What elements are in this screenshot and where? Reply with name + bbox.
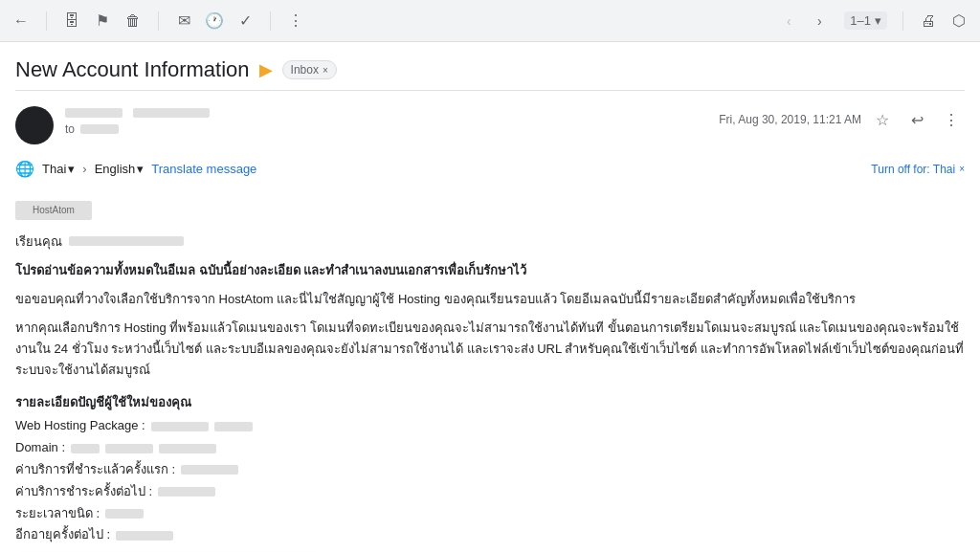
to-label: to	[65, 122, 75, 136]
subject-title: New Account Information	[15, 57, 250, 82]
detail-row-0: Web Hosting Package :	[15, 416, 965, 436]
detail-value-0	[151, 422, 209, 431]
nav-next-button[interactable]: ›	[806, 8, 833, 34]
toolbar: ← 🗄 ⚑ 🗑 ✉ 🕐 ✓ ⋮ ‹ › 1–1 ▾ 🖨 ⬡	[0, 0, 980, 42]
sender-name	[65, 106, 210, 121]
reply-button[interactable]: ↩	[903, 106, 930, 133]
turn-off-translate[interactable]: Turn off for: Thai ×	[871, 163, 965, 176]
email-body: HostAtom เรียนคุณ โปรดอ่านข้อความทั้งหมด…	[15, 193, 965, 552]
translate-bar: 🌐 Thai ▾ › English ▾ Translate message T…	[15, 152, 965, 186]
archive-button[interactable]: 🗄	[62, 11, 81, 31]
recipient-blurred	[80, 124, 119, 134]
toolbar-separator3	[270, 11, 271, 31]
detail-row-5: อีกอายุครั้งต่อไป :	[15, 525, 965, 545]
detail-value-3	[158, 487, 215, 497]
snooze-button[interactable]: 🕐	[205, 11, 224, 31]
turn-off-x[interactable]: ×	[959, 164, 965, 174]
star-button[interactable]: ☆	[869, 106, 896, 133]
done-button[interactable]: ✓	[235, 11, 255, 31]
report-button[interactable]: ⚑	[93, 11, 112, 31]
detail-value-5	[116, 531, 173, 541]
translate-icon: 🌐	[15, 160, 34, 178]
para1: โปรดอ่านข้อความทั้งหมดในอีเมล ฉบับนี้อย่…	[15, 260, 965, 281]
delete-button[interactable]: 🗑	[123, 11, 143, 31]
email-header: to Fri, Aug 30, 2019, 11:21 AM ☆ ↩ ⋮	[15, 99, 965, 152]
subject-arrow: ▶	[259, 59, 273, 80]
translate-direction-arrow: ›	[82, 162, 86, 176]
para3: หากคุณเลือกบริการ Hosting ที่พร้อมแล้วโด…	[15, 318, 965, 381]
expand-button[interactable]: ⬡	[949, 11, 969, 31]
sender-name-blurred	[65, 108, 122, 118]
label-remove[interactable]: ×	[323, 65, 328, 76]
email-date: Fri, Aug 30, 2019, 11:21 AM	[719, 113, 861, 126]
detail-value-1a	[71, 444, 100, 453]
sender-info: to	[65, 106, 210, 136]
toolbar-separator4	[902, 11, 903, 31]
subject-bar: New Account Information ▶ Inbox ×	[15, 42, 965, 91]
sender-area: to	[15, 106, 210, 144]
message-count[interactable]: 1–1 ▾	[844, 11, 887, 30]
para2: ขอขอบคุณที่วางใจเลือกใช้บริการจาก HostAt…	[15, 289, 965, 310]
detail-value-0b	[214, 422, 253, 431]
greeting: เรียนคุณ	[15, 232, 965, 253]
more-options-button[interactable]: ⋮	[938, 106, 965, 133]
sender-avatar	[15, 106, 54, 144]
detail-row-1: Domain :	[15, 438, 965, 458]
detail-row-4: ระยะเวลาขนิด :	[15, 504, 965, 524]
header-actions: Fri, Aug 30, 2019, 11:21 AM ☆ ↩ ⋮	[719, 106, 965, 133]
more-button[interactable]: ⋮	[286, 11, 305, 31]
translate-message-link[interactable]: Translate message	[151, 162, 256, 176]
detail-row-2: ค่าบริการที่ชำระแล้วครั้งแรก :	[15, 460, 965, 480]
sender-meta: to	[65, 122, 210, 136]
detail-value-1b	[105, 444, 153, 453]
translate-from-lang[interactable]: Thai ▾	[42, 162, 75, 176]
print-button[interactable]: 🖨	[919, 11, 938, 31]
detail-row-3: ค่าบริการชำระครั้งต่อไป :	[15, 482, 965, 502]
details-section-title: รายละเอียดปัญชีผู้ใช้ใหม่ของคุณ	[15, 393, 965, 413]
mail-button[interactable]: ✉	[174, 11, 193, 31]
sender-email-blurred	[133, 108, 210, 118]
nav-arrows: ‹ ›	[775, 8, 833, 34]
email-container: New Account Information ▶ Inbox × to	[0, 42, 980, 552]
toolbar-separator2	[158, 11, 159, 31]
toolbar-separator	[46, 11, 47, 31]
host-logo: HostAtom	[15, 201, 92, 220]
detail-value-2	[181, 465, 238, 475]
greeting-name-blurred	[69, 236, 184, 246]
nav-prev-button[interactable]: ‹	[775, 8, 802, 34]
back-button[interactable]: ←	[11, 11, 31, 31]
inbox-label[interactable]: Inbox ×	[282, 60, 337, 79]
detail-value-4	[105, 509, 144, 519]
translate-to-lang[interactable]: English ▾	[95, 162, 145, 176]
detail-value-1c	[159, 444, 216, 453]
